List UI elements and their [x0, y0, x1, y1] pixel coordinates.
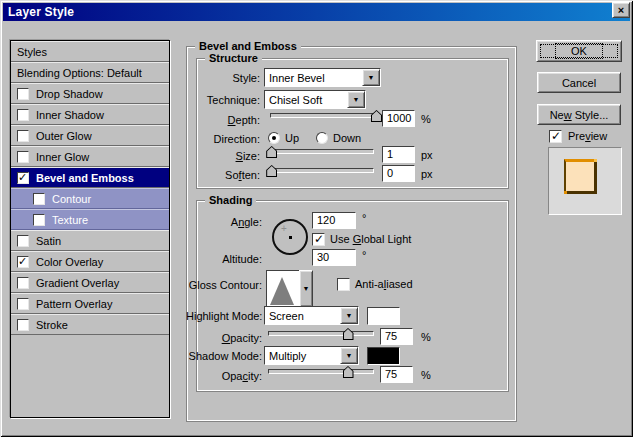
- style-enable-checkbox[interactable]: [17, 298, 29, 310]
- sidebar-item-stroke[interactable]: Stroke: [11, 314, 169, 335]
- gloss-contour-label: Gloss Contour:: [186, 278, 262, 292]
- style-enable-checkbox[interactable]: [17, 256, 29, 268]
- altitude-input[interactable]: 30: [312, 249, 356, 266]
- close-button[interactable]: [612, 2, 630, 18]
- depth-input[interactable]: 1000: [382, 110, 415, 127]
- chevron-down-icon[interactable]: [362, 69, 380, 86]
- sidebar-item-label: Contour: [52, 193, 91, 205]
- sidebar-item-pattern-overlay[interactable]: Pattern Overlay: [11, 293, 169, 314]
- chevron-down-icon[interactable]: [340, 347, 358, 364]
- sidebar-item-texture[interactable]: Texture: [11, 209, 169, 230]
- structure-group-title: Structure: [205, 52, 262, 64]
- sidebar-item-blending-options-default[interactable]: Blending Options: Default: [11, 62, 169, 83]
- shadow-color-swatch[interactable]: [367, 347, 400, 365]
- size-slider[interactable]: [268, 145, 374, 159]
- soften-input[interactable]: 0: [382, 165, 415, 182]
- sidebar-item-label: Inner Glow: [36, 151, 89, 163]
- direction-up-radio[interactable]: [268, 132, 280, 144]
- style-enable-checkbox[interactable]: [17, 109, 29, 121]
- shadow-mode-dropdown[interactable]: Multiply: [264, 346, 359, 365]
- direction-down-label: Down: [333, 131, 361, 145]
- preview-layer-swatch: [564, 159, 597, 194]
- shadow-mode-value: Multiply: [265, 350, 340, 362]
- sidebar-item-drop-shadow[interactable]: Drop Shadow: [11, 83, 169, 104]
- style-enable-checkbox[interactable]: [17, 277, 29, 289]
- gloss-contour-dropdown-button[interactable]: [299, 270, 313, 307]
- ok-button-label: OK: [557, 45, 601, 57]
- title-bar[interactable]: Layer Style: [3, 3, 630, 21]
- sidebar-item-satin[interactable]: Satin: [11, 230, 169, 251]
- direction-up-label: Up: [285, 131, 299, 145]
- sidebar-item-label: Texture: [52, 214, 88, 226]
- sidebar-item-label: Inner Shadow: [36, 109, 104, 121]
- use-global-light-label: Use Global Light: [330, 232, 411, 246]
- depth-slider[interactable]: [270, 109, 376, 123]
- layer-style-dialog: Layer Style Styles Blending Options: Def…: [0, 0, 633, 437]
- shadow-opacity-thumb[interactable]: [343, 366, 354, 378]
- shadow-opacity-slider[interactable]: [268, 365, 374, 379]
- style-enable-checkbox[interactable]: [17, 151, 29, 163]
- sidebar-item-label: Satin: [36, 235, 61, 247]
- sidebar-item-color-overlay[interactable]: Color Overlay: [11, 251, 169, 272]
- ok-button[interactable]: OK: [536, 40, 622, 62]
- style-enable-checkbox[interactable]: [33, 214, 45, 226]
- style-enable-checkbox[interactable]: [33, 193, 45, 205]
- style-enable-checkbox[interactable]: [17, 130, 29, 142]
- direction-label: Direction:: [186, 132, 260, 146]
- style-enable-checkbox[interactable]: [17, 88, 29, 100]
- preview-thumbnail: [548, 147, 622, 215]
- cancel-button[interactable]: Cancel: [537, 72, 621, 93]
- chevron-down-icon[interactable]: [347, 91, 365, 108]
- highlight-opacity-input[interactable]: 75: [380, 328, 413, 345]
- sidebar-item-inner-shadow[interactable]: Inner Shadow: [11, 104, 169, 125]
- sidebar-item-outer-glow[interactable]: Outer Glow: [11, 125, 169, 146]
- sidebar-item-label: Blending Options: Default: [17, 67, 142, 79]
- chevron-down-icon[interactable]: [340, 307, 358, 324]
- close-icon: [618, 5, 624, 15]
- size-slider-thumb[interactable]: [266, 146, 277, 158]
- technique-dropdown[interactable]: Chisel Soft: [264, 90, 366, 109]
- use-global-light-checkbox[interactable]: [312, 233, 325, 246]
- preview-checkbox[interactable]: [549, 130, 562, 143]
- size-input[interactable]: 1: [382, 146, 415, 163]
- angle-input[interactable]: 120: [312, 212, 356, 229]
- highlight-color-swatch[interactable]: [367, 307, 400, 325]
- style-enable-checkbox[interactable]: [17, 172, 29, 184]
- angle-pointer-icon: [281, 223, 287, 234]
- size-slider-track[interactable]: [268, 149, 374, 154]
- shading-group-title: Shading: [205, 194, 256, 206]
- shadow-opacity-unit: %: [421, 368, 431, 382]
- highlight-opacity-track[interactable]: [268, 331, 374, 336]
- size-label: Size:: [186, 149, 260, 163]
- styles-list: Styles Blending Options: DefaultDrop Sha…: [10, 40, 170, 418]
- sidebar-item-gradient-overlay[interactable]: Gradient Overlay: [11, 272, 169, 293]
- soften-slider-track[interactable]: [268, 168, 374, 173]
- styles-list-items: Blending Options: DefaultDrop ShadowInne…: [11, 62, 169, 335]
- direction-down-radio[interactable]: [316, 132, 328, 144]
- angle-dial[interactable]: [272, 219, 308, 255]
- shadow-opacity-track[interactable]: [268, 369, 374, 374]
- sidebar-item-contour[interactable]: Contour: [11, 188, 169, 209]
- highlight-mode-dropdown[interactable]: Screen: [264, 306, 359, 325]
- technique-dropdown-value: Chisel Soft: [265, 94, 347, 106]
- shadow-opacity-input[interactable]: 75: [380, 366, 413, 383]
- sidebar-item-label: Drop Shadow: [36, 88, 103, 100]
- sidebar-item-bevel-and-emboss[interactable]: Bevel and Emboss: [11, 167, 169, 188]
- shadow-mode-label: Shadow Mode:: [186, 349, 262, 363]
- gloss-contour-thumbnail[interactable]: [266, 270, 300, 307]
- highlight-opacity-thumb[interactable]: [343, 328, 354, 340]
- style-dropdown[interactable]: Inner Bevel: [264, 68, 381, 87]
- style-label: Style:: [186, 71, 260, 85]
- soften-slider[interactable]: [268, 164, 374, 178]
- style-enable-checkbox[interactable]: [17, 319, 29, 331]
- highlight-opacity-slider[interactable]: [268, 327, 374, 341]
- window-title: Layer Style: [3, 5, 74, 19]
- style-enable-checkbox[interactable]: [17, 235, 29, 247]
- sidebar-item-inner-glow[interactable]: Inner Glow: [11, 146, 169, 167]
- anti-aliased-checkbox[interactable]: [337, 278, 350, 291]
- depth-slider-track[interactable]: [270, 113, 376, 118]
- new-style-button[interactable]: New Style...: [537, 104, 621, 125]
- soften-slider-thumb[interactable]: [266, 165, 277, 177]
- sidebar-item-label: Outer Glow: [36, 130, 92, 142]
- contour-shape-icon: [270, 277, 294, 305]
